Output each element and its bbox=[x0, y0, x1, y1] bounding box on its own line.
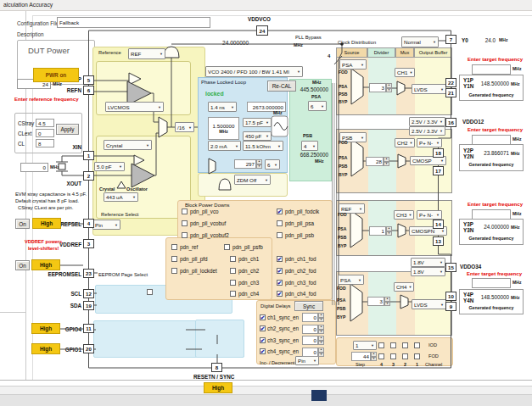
sync-button[interactable]: Sync bbox=[294, 301, 323, 311]
checkbox-pdn-pll-vcobuf[interactable] bbox=[182, 220, 188, 226]
fod-ch4-checkbox[interactable] bbox=[378, 353, 384, 359]
tab-title[interactable]: alculation Accuracy bbox=[3, 2, 53, 8]
reference-mux-dropdown[interactable]: REF▼ bbox=[128, 48, 165, 59]
ch3-delay-spinner[interactable]: 0 ▲▼ bbox=[302, 336, 324, 345]
psb-divider-dropdown[interactable]: 4▼ bbox=[301, 141, 318, 151]
checkbox-ch2-sync-en[interactable]: ✔ bbox=[260, 325, 266, 331]
checkbox-pdn-ch3[interactable] bbox=[230, 280, 236, 286]
zdm-dropdown[interactable]: ZDM Off▼ bbox=[234, 175, 271, 185]
checkbox-pdn-pll-psb[interactable] bbox=[277, 232, 283, 238]
checkbox-pdn-pll-fodclk[interactable]: ✔ bbox=[277, 209, 283, 214]
vddo12-v2-dropdown[interactable]: 2.5V / 3.3V▼ bbox=[409, 126, 445, 136]
cl-input[interactable]: 8 bbox=[36, 139, 54, 147]
ch4-source-dropdown[interactable]: PSA▼ bbox=[338, 275, 364, 285]
fod-ch2-checkbox[interactable] bbox=[402, 353, 408, 359]
ch2-delay-spinner[interactable]: 0 ▲▼ bbox=[302, 325, 324, 334]
iod-ch2-checkbox[interactable] bbox=[402, 342, 408, 348]
iod-ch1-checkbox[interactable] bbox=[414, 342, 420, 348]
pfd-frequency-box[interactable]: 1.500000 MHz bbox=[208, 117, 239, 140]
psa-divider-dropdown[interactable]: 6▼ bbox=[308, 101, 327, 111]
ch2-divider-spinner[interactable]: 28 ▲▼ bbox=[366, 157, 389, 166]
checkbox-pdn-ref[interactable] bbox=[171, 244, 177, 250]
i2c-a0-checkbox[interactable] bbox=[147, 289, 153, 295]
vddo34-v1-dropdown[interactable]: 1.8V▼ bbox=[411, 258, 445, 267]
spinner-arrows-icon[interactable]: ▲▼ bbox=[318, 313, 324, 322]
ch1-buffer-dropdown[interactable]: LVDS▼ bbox=[412, 84, 446, 94]
checkbox-pdn-ch2[interactable] bbox=[230, 268, 236, 274]
spinner-arrows-icon[interactable]: ▲▼ bbox=[318, 325, 324, 334]
lvcmos-dropdown[interactable]: LVCMOS▼ bbox=[105, 102, 164, 112]
loop-resistor-dropdown[interactable]: 11.5 kOhm▼ bbox=[243, 141, 283, 151]
checkbox-ch4-sync-en[interactable]: ✔ bbox=[260, 348, 266, 354]
checkbox-ch3-sync-en[interactable]: ✔ bbox=[260, 337, 266, 343]
ch3-divider-spinner[interactable]: 1 ▲▼ bbox=[369, 226, 392, 236]
ch2-polarity-dropdown[interactable]: P+ N-▼ bbox=[417, 138, 442, 147]
apply-button[interactable]: Apply bbox=[56, 124, 79, 135]
spinner-arrows-icon[interactable]: ▲▼ bbox=[371, 352, 377, 361]
ch4-divider-spinner[interactable]: 3 ▲▼ bbox=[367, 297, 390, 306]
charge-pump-dropdown[interactable]: 2.0 mA▼ bbox=[208, 141, 241, 151]
vco-mode-dropdown[interactable]: VCO 2400 / PFD 100 / BW 1.41 MI▼ bbox=[205, 66, 303, 77]
vddo12-v1-dropdown[interactable]: 2.5V / 3.3V▼ bbox=[409, 117, 445, 126]
iod-ch4-checkbox[interactable] bbox=[378, 342, 384, 348]
spinner-arrows-icon[interactable]: ▲▼ bbox=[256, 159, 262, 169]
checkbox-pdn-pll-psa[interactable] bbox=[277, 220, 283, 226]
crystal-frequency-input[interactable]: 0 bbox=[20, 163, 48, 172]
eeprom-high-button[interactable]: High bbox=[31, 259, 60, 270]
ch1-delay-spinner[interactable]: 0 ▲▼ bbox=[302, 313, 324, 322]
ch1-source-dropdown[interactable]: PSA▼ bbox=[339, 59, 367, 70]
step-select-dropdown[interactable]: 1▼ bbox=[353, 341, 377, 350]
y0-buffer-dropdown[interactable]: Normal▼ bbox=[401, 36, 439, 47]
ch1-mux-dropdown[interactable]: CH1▼ bbox=[395, 68, 415, 77]
checkbox-pdn-pll-psfb[interactable] bbox=[224, 244, 230, 250]
fod-ch3-checkbox[interactable] bbox=[390, 353, 396, 359]
recal-button[interactable]: Re-CAL bbox=[267, 81, 296, 92]
ref-divider-dropdown[interactable]: /16▼ bbox=[175, 122, 194, 132]
checkbox-pdn-ch1[interactable] bbox=[230, 256, 236, 262]
checkbox-pdn-ch4-fod[interactable]: ✔ bbox=[277, 291, 283, 297]
ch1-divider-spinner[interactable]: 3 ▲▼ bbox=[369, 83, 392, 92]
checkbox-pdn-pll-lockdet[interactable] bbox=[171, 268, 177, 274]
ch4-delay-spinner[interactable]: 0 ▲▼ bbox=[302, 348, 324, 357]
cstray-input[interactable]: 4.5 bbox=[36, 119, 54, 127]
spinner-arrows-icon[interactable]: ▲▼ bbox=[384, 157, 389, 166]
loop-c1-dropdown[interactable]: 17.5 pF▼ bbox=[243, 118, 272, 127]
checkbox-pdn-pll-vcobuf2[interactable] bbox=[182, 232, 188, 238]
clext-input[interactable]: 0 bbox=[36, 129, 54, 137]
ch1-target-input[interactable] bbox=[472, 64, 511, 75]
gpio4-high-button[interactable]: High bbox=[31, 323, 60, 334]
checkbox-pdn-ch1-fod[interactable]: ✔ bbox=[277, 256, 283, 262]
spinner-arrows-icon[interactable]: ▲▼ bbox=[318, 336, 324, 345]
osc-current-dropdown[interactable]: 443 uA▼ bbox=[104, 192, 138, 202]
checkbox-pdn-ch2-fod[interactable]: ✔ bbox=[277, 268, 283, 274]
ch2-mux-dropdown[interactable]: CH2▼ bbox=[395, 138, 415, 147]
iod-ch3-checkbox[interactable] bbox=[390, 342, 396, 348]
loop-c2-dropdown[interactable]: 450 pF▼ bbox=[243, 131, 272, 141]
load-cap-dropdown[interactable]: 5.0 pF▼ bbox=[94, 162, 125, 171]
post-divider-dropdown[interactable]: 6▼ bbox=[265, 159, 280, 170]
checkbox-pdn-ch3-fod[interactable]: ✔ bbox=[277, 280, 283, 286]
checkbox-ch1-sync-en[interactable]: ✔ bbox=[260, 314, 266, 320]
refsel-on-button[interactable]: On bbox=[15, 219, 30, 229]
reference-select-dropdown[interactable]: Pin▼ bbox=[92, 220, 120, 230]
checkbox-pdn-ch4[interactable] bbox=[230, 291, 236, 297]
eeprom-on-button[interactable]: On bbox=[15, 260, 30, 270]
n-divider-spinner[interactable]: 297 ▲▼ bbox=[234, 159, 262, 169]
checkbox-pdn-pll-vco[interactable] bbox=[182, 209, 188, 214]
ch4-buffer-dropdown[interactable]: LVDS▼ bbox=[412, 299, 446, 309]
fod-ch1-checkbox[interactable] bbox=[414, 353, 420, 359]
step-value-spinner[interactable]: 44 ▲▼ bbox=[351, 352, 377, 361]
refsel-high-button[interactable]: High bbox=[32, 218, 61, 229]
tdc-dropdown[interactable]: 1.4 ns▼ bbox=[208, 102, 237, 112]
checkbox-pdn-pll-pfd[interactable] bbox=[171, 256, 177, 262]
spinner-arrows-icon[interactable]: ▲▼ bbox=[384, 297, 390, 306]
gpio1-high-button[interactable]: High bbox=[31, 343, 60, 354]
ch4-target-input[interactable] bbox=[472, 278, 511, 288]
crystal-mode-dropdown[interactable]: Crystal▼ bbox=[104, 140, 152, 150]
incdecrement-mode-dropdown[interactable]: Pin▼ bbox=[295, 356, 319, 365]
ch3-polarity-dropdown[interactable]: P+ N-▼ bbox=[417, 210, 442, 220]
spinner-arrows-icon[interactable]: ▲▼ bbox=[386, 226, 392, 236]
vddo34-v2-dropdown[interactable]: 1.8V▼ bbox=[411, 267, 445, 276]
pwr-on-button[interactable]: PWR on bbox=[33, 68, 79, 82]
ch3-mux-dropdown[interactable]: CH3▼ bbox=[394, 210, 414, 220]
